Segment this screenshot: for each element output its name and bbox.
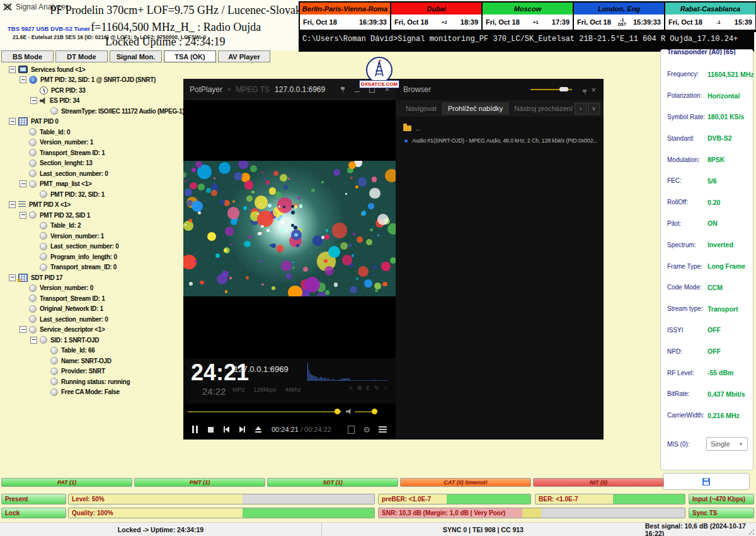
tree-item-icon bbox=[40, 222, 47, 230]
resize-grip[interactable] bbox=[748, 529, 755, 535]
tree-expand-toggle[interactable] bbox=[20, 326, 26, 333]
tree-item[interactable]: PMT PID X <1> bbox=[3, 200, 183, 211]
tree-item[interactable]: PMT PID: 32, SID: 1 @ SNRT-OJD (SNRT) bbox=[3, 75, 183, 86]
tree-expand-toggle[interactable] bbox=[30, 337, 37, 344]
tree-item[interactable]: PMT PID 32, SID 1 bbox=[3, 210, 183, 221]
browser-tab[interactable]: Prohlížeč nabídky bbox=[443, 102, 508, 115]
transponder-row: Polarization: Horizontal bbox=[667, 85, 749, 107]
tree-item[interactable]: Version_number: 1 bbox=[3, 231, 183, 242]
previous-button[interactable] bbox=[224, 426, 229, 433]
volume-handle[interactable] bbox=[372, 409, 377, 414]
next-button[interactable] bbox=[239, 426, 245, 433]
tree-expand-toggle[interactable] bbox=[20, 180, 26, 187]
tree-item-icon bbox=[40, 264, 47, 271]
tree-item[interactable]: Table_Id: 66 bbox=[3, 346, 183, 356]
chevron-down-icon[interactable]: ˅ bbox=[227, 86, 231, 93]
mode-button[interactable]: TSA (OK) bbox=[164, 50, 216, 62]
tree-item[interactable]: Section_lenght: 13 bbox=[3, 158, 183, 169]
stop-button[interactable] bbox=[208, 427, 214, 433]
seek-handle[interactable] bbox=[335, 409, 340, 414]
tree-expand-toggle[interactable] bbox=[9, 274, 16, 281]
seek-bar[interactable] bbox=[188, 411, 341, 412]
tree-item[interactable]: SID: 1 SNRT-OJD bbox=[3, 335, 183, 346]
overlay-icon[interactable]: ⊞ bbox=[357, 385, 362, 392]
world-clock: Dubai Fri, Oct 18 +2 18:39 bbox=[391, 3, 481, 31]
tree-item[interactable]: Running status: running bbox=[3, 376, 183, 387]
tree-expand-toggle[interactable] bbox=[9, 201, 16, 208]
browser-tab[interactable]: Nástroj procházení titulků bbox=[509, 102, 573, 115]
save-button[interactable] bbox=[663, 473, 750, 490]
menu-button[interactable] bbox=[379, 426, 387, 433]
minimize-icon[interactable] bbox=[355, 91, 360, 92]
tree-item[interactable]: Last_section_number: 0 bbox=[3, 314, 183, 325]
tree-item[interactable]: Services found <1> bbox=[3, 64, 183, 75]
tree-item[interactable]: PAT PID 0 bbox=[3, 117, 183, 127]
overlay-icon[interactable]: ↻ bbox=[374, 385, 379, 392]
settings-gear-icon[interactable]: ⚙ bbox=[363, 425, 370, 434]
tree-item[interactable]: Version_number: 1 bbox=[3, 137, 183, 148]
tree-item[interactable]: ES PID: 34 bbox=[3, 96, 183, 107]
tree-item[interactable]: Transport_Stream ID: 1 bbox=[3, 148, 183, 158]
open-file-button[interactable] bbox=[255, 426, 261, 433]
tree-item[interactable]: Last_section_number: 0 bbox=[3, 168, 183, 179]
folder-icon bbox=[403, 125, 411, 131]
tree-item[interactable]: Service_descriptor <1> bbox=[3, 325, 183, 335]
overlay-icon[interactable]: E bbox=[366, 385, 370, 392]
tree-item[interactable]: Last_section_number: 0 bbox=[3, 242, 183, 252]
tree-item[interactable]: StreamType: ISO/IEC 11172 Audio (MPEG-1)… bbox=[3, 106, 183, 117]
mode-button[interactable]: AV Player bbox=[218, 50, 270, 62]
clock-time: 17:39 bbox=[552, 18, 570, 26]
clock-city-label: London, Eng bbox=[574, 3, 664, 15]
mode-button[interactable]: BS Mode bbox=[1, 50, 54, 62]
tree-item[interactable]: Program_info_length: 0 bbox=[3, 252, 183, 262]
pin-icon[interactable] bbox=[340, 87, 345, 93]
tree-item[interactable]: Table_Id: 0 bbox=[3, 127, 183, 137]
tree-item[interactable]: Free CA Mode: False bbox=[3, 387, 183, 398]
tree-item[interactable]: PMT_map_list <1> bbox=[3, 179, 183, 190]
video-canvas[interactable] bbox=[183, 161, 396, 296]
pause-button[interactable] bbox=[192, 426, 198, 433]
tree-item[interactable]: Transport_stream_ID: 0 bbox=[3, 262, 183, 273]
tree-item[interactable]: Name: SNRT-OJD bbox=[3, 356, 183, 366]
tree-item[interactable]: Original_Network ID: 1 bbox=[3, 304, 183, 315]
transponder-row-value: -55 dBm bbox=[707, 369, 733, 376]
browser-tab[interactable]: Navigovat bbox=[401, 102, 442, 115]
tree-item[interactable]: Table_Id: 2 bbox=[3, 221, 183, 231]
audio-track-label: Audio #1(SNRT-OJD) - MPEG Audio, 48.0 kH… bbox=[412, 137, 597, 144]
opacity-slider[interactable] bbox=[530, 89, 572, 90]
tree-item-icon bbox=[50, 107, 58, 115]
tab-scroll-button[interactable]: › bbox=[575, 103, 587, 115]
tree-expand-toggle[interactable] bbox=[20, 212, 26, 219]
tree-expand-toggle[interactable] bbox=[9, 118, 16, 125]
tree-item[interactable]: Version_number: 0 bbox=[3, 283, 183, 294]
tree-item-label: Program_info_length: 0 bbox=[50, 253, 117, 260]
playlist-button[interactable] bbox=[348, 426, 355, 434]
tree-item[interactable]: Transport_Stream ID: 1 bbox=[3, 293, 183, 304]
codec-item: 128kbps bbox=[254, 386, 277, 393]
mis-select[interactable]: Single ▼ bbox=[706, 437, 748, 451]
signal-analyzer-window: Signal Analyzer PF Prodelin 370cm+ LOF=9… bbox=[0, 0, 756, 536]
browser-window: Browser × NavigovatProhlížeč nabídkyNást… bbox=[396, 79, 604, 440]
clock-utc-offset: -1 bbox=[716, 20, 721, 25]
tree-expand-toggle[interactable] bbox=[30, 97, 37, 104]
browser-titlebar[interactable]: Browser × bbox=[396, 79, 604, 100]
overlay-icon[interactable]: A bbox=[349, 385, 353, 392]
tree-item[interactable]: Provider: SNRT bbox=[3, 366, 183, 377]
close-icon[interactable]: × bbox=[591, 85, 596, 95]
tree-expand-toggle[interactable] bbox=[9, 66, 16, 73]
transponder-row-label: ISSYI bbox=[667, 327, 707, 334]
audio-track-item[interactable]: Audio #1(SNRT-OJD) - MPEG Audio, 48.0 kH… bbox=[396, 132, 604, 144]
tree-item[interactable]: SDT PID 17 bbox=[3, 272, 183, 283]
tree-item-icon bbox=[50, 347, 58, 354]
tree-item[interactable]: PMT PID: 32, SID: 1 bbox=[3, 189, 183, 200]
tree-expand-toggle[interactable] bbox=[20, 76, 26, 83]
volume-icon[interactable] bbox=[346, 409, 352, 414]
overlay-icon[interactable]: ⤫ bbox=[384, 385, 388, 392]
tab-scroll-button[interactable]: ˅ bbox=[588, 103, 600, 115]
mode-button[interactable]: DT Mode bbox=[55, 50, 108, 62]
status-best-signal: Best signal: 10,6 dB (2024-10-17 16:22) bbox=[645, 523, 747, 536]
world-clocks: Berlin-Paris-Vienna-Roma Fri, Oct 18 16:… bbox=[299, 1, 756, 32]
tree-item[interactable]: PCR PID: 33 bbox=[3, 85, 183, 96]
folder-up-item[interactable]: .. bbox=[396, 117, 604, 132]
mode-button[interactable]: Signal Mon. bbox=[110, 50, 162, 62]
